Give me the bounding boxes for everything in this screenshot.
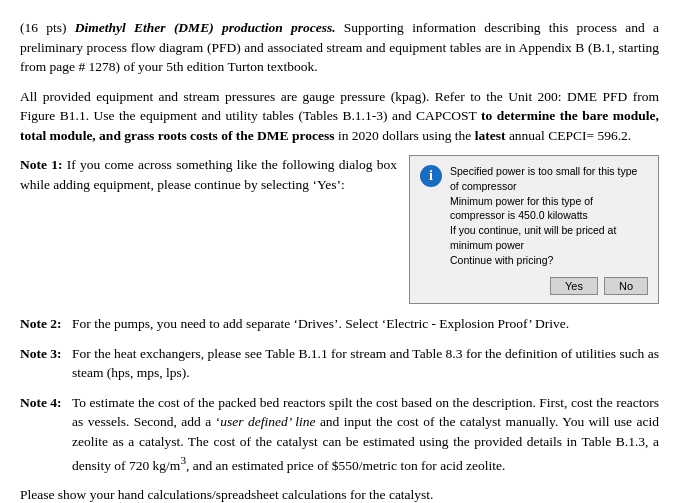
info-icon: i bbox=[420, 165, 442, 187]
note1-label: Note 1: bbox=[20, 157, 63, 172]
dialog-line3: If you continue, unit will be priced at … bbox=[450, 224, 616, 251]
bold-text: to determine the bare module, total modu… bbox=[20, 108, 659, 143]
dialog-header: i Specified power is too small for this … bbox=[420, 164, 648, 267]
paragraph1: All provided equipment and stream pressu… bbox=[20, 87, 659, 146]
note1-section: Note 1: If you come across something lik… bbox=[20, 155, 659, 304]
footer-paragraph: Please show your hand calculations/sprea… bbox=[20, 485, 659, 503]
dialog-line1: Specified power is too small for this ty… bbox=[450, 165, 637, 192]
note4-section: Note 4: To estimate the cost of the pack… bbox=[20, 393, 659, 475]
user-defined-text: user defined’ line bbox=[220, 414, 315, 429]
note1-text-area: Note 1: If you come across something lik… bbox=[20, 155, 397, 194]
note3-section: Note 3: For the heat exchangers, please … bbox=[20, 344, 659, 383]
note2-section: Note 2: For the pumps, you need to add s… bbox=[20, 314, 659, 334]
dialog-line2: Minimum power for this type of compresso… bbox=[450, 195, 593, 222]
latest-text: latest bbox=[475, 128, 506, 143]
title-text: Dimethyl Ether (DME) production process. bbox=[75, 20, 336, 35]
note2-label: Note 2: bbox=[20, 314, 72, 334]
no-button[interactable]: No bbox=[604, 277, 648, 295]
dialog-message: Specified power is too small for this ty… bbox=[450, 164, 648, 267]
dialog-box: i Specified power is too small for this … bbox=[409, 155, 659, 304]
yes-button[interactable]: Yes bbox=[550, 277, 598, 295]
note2-body: For the pumps, you need to add separate … bbox=[72, 314, 659, 334]
dialog-buttons: Yes No bbox=[420, 277, 648, 295]
note3-body: For the heat exchangers, please see Tabl… bbox=[72, 344, 659, 383]
note4-label: Note 4: bbox=[20, 393, 72, 475]
note1-body: If you come across something like the fo… bbox=[20, 157, 397, 192]
dialog-line4: Continue with pricing? bbox=[450, 254, 553, 266]
points-label: (16 pts) bbox=[20, 20, 67, 35]
intro-paragraph: (16 pts) Dimethyl Ether (DME) production… bbox=[20, 18, 659, 77]
superscript-3: 3 bbox=[180, 454, 186, 466]
note3-label: Note 3: bbox=[20, 344, 72, 383]
note4-body: To estimate the cost of the packed bed r… bbox=[72, 393, 659, 475]
main-content: (16 pts) Dimethyl Ether (DME) production… bbox=[20, 18, 659, 503]
